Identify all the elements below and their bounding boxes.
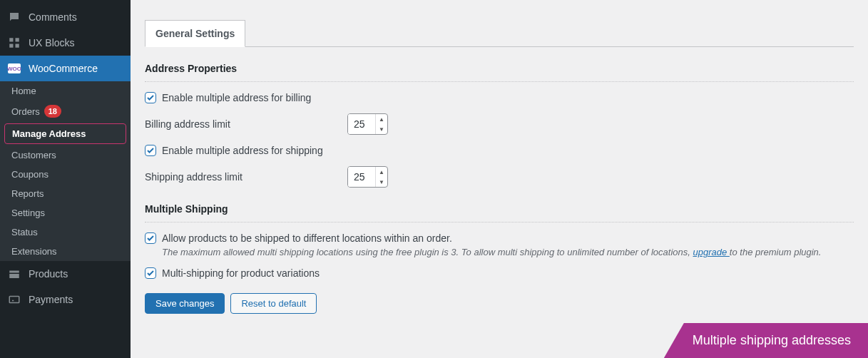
sidebar-item-products[interactable]: Products — [0, 261, 131, 287]
step-up-icon[interactable]: ▲ — [376, 167, 387, 177]
blocks-icon — [7, 36, 21, 50]
sidebar-sub-settings[interactable]: Settings — [0, 203, 131, 223]
settings-tabs: General Settings — [145, 20, 854, 47]
sidebar-sub-extensions[interactable]: Extensions — [0, 242, 131, 261]
sidebar-sub-home[interactable]: Home — [0, 81, 131, 101]
svg-rect-2 — [9, 44, 13, 48]
checkbox-icon — [145, 145, 156, 156]
tab-general-settings[interactable]: General Settings — [145, 20, 245, 47]
multiship-description: The maximum allowed multi shipping locat… — [145, 247, 854, 257]
sidebar-item-label: Products — [29, 268, 68, 280]
sidebar-item-label: Payments — [29, 294, 73, 305]
svg-rect-4 — [9, 297, 19, 303]
main-content: General Settings Address Properties Enab… — [131, 0, 868, 358]
step-up-icon[interactable]: ▲ — [376, 114, 387, 124]
woocommerce-icon: WOO — [7, 61, 21, 76]
upgrade-link[interactable]: upgrade — [693, 247, 730, 257]
payments-icon — [7, 292, 21, 307]
section-title: Address Properties — [145, 63, 854, 82]
checkbox-label: Enable multiple address for billing — [162, 92, 311, 103]
section-address-properties: Address Properties Enable multiple addre… — [145, 63, 854, 188]
checkbox-icon — [145, 267, 156, 279]
section-title: Multiple Shipping — [145, 203, 854, 223]
checkbox-icon — [145, 92, 156, 103]
checkbox-icon — [145, 232, 156, 244]
svg-rect-3 — [16, 44, 19, 48]
admin-sidebar: Comments UX Blocks WOO WooCommerce Home … — [0, 0, 131, 358]
shipping-limit-input[interactable]: ▲ ▼ — [347, 166, 388, 188]
billing-limit-input[interactable]: ▲ ▼ — [347, 113, 388, 135]
sidebar-item-label: WooCommerce — [29, 63, 98, 74]
sidebar-sub-orders[interactable]: Orders 18 — [0, 101, 131, 122]
sidebar-item-ux-blocks[interactable]: UX Blocks — [0, 30, 131, 56]
checkbox-label: Enable multiple address for shipping — [162, 145, 323, 156]
form-actions: Save changes Reset to default — [145, 293, 854, 314]
reset-button[interactable]: Reset to default — [230, 293, 317, 314]
checkbox-label: Allow products to be shipped to differen… — [162, 232, 452, 244]
step-down-icon[interactable]: ▼ — [376, 124, 387, 134]
section-multiple-shipping: Multiple Shipping Allow products to be s… — [145, 203, 854, 279]
sidebar-sub-manage-address[interactable]: Manage Address — [4, 123, 126, 144]
svg-rect-0 — [9, 38, 13, 41]
enable-billing-checkbox-row[interactable]: Enable multiple address for billing — [145, 92, 311, 103]
sidebar-item-payments[interactable]: Payments — [0, 287, 131, 312]
sidebar-item-label: UX Blocks — [29, 37, 75, 48]
sidebar-item-woocommerce[interactable]: WOO WooCommerce — [0, 56, 131, 81]
sidebar-item-label: Comments — [29, 11, 77, 23]
sidebar-sub-customers[interactable]: Customers — [0, 145, 131, 165]
promo-banner[interactable]: Multiple shipping addresses — [664, 323, 868, 358]
products-icon — [7, 267, 21, 281]
orders-count-badge: 18 — [44, 105, 61, 118]
sidebar-item-comments[interactable]: Comments — [0, 4, 131, 30]
billing-limit-label: Billing address limit — [145, 118, 347, 130]
sidebar-sub-status[interactable]: Status — [0, 223, 131, 242]
save-button[interactable]: Save changes — [145, 293, 225, 314]
shipping-limit-field[interactable] — [348, 167, 375, 187]
comment-icon — [7, 10, 21, 24]
shipping-limit-label: Shipping address limit — [145, 171, 347, 183]
checkbox-label: Multi-shipping for product variations — [162, 267, 320, 279]
svg-rect-1 — [16, 38, 19, 41]
sidebar-sub-coupons[interactable]: Coupons — [0, 165, 131, 184]
step-down-icon[interactable]: ▼ — [376, 177, 387, 187]
woocommerce-submenu: Home Orders 18 Manage Address Customers … — [0, 81, 131, 261]
allow-multiship-checkbox-row[interactable]: Allow products to be shipped to differen… — [145, 232, 452, 244]
variations-checkbox-row[interactable]: Multi-shipping for product variations — [145, 267, 320, 279]
billing-limit-field[interactable] — [348, 114, 375, 134]
enable-shipping-checkbox-row[interactable]: Enable multiple address for shipping — [145, 145, 323, 156]
sidebar-sub-reports[interactable]: Reports — [0, 184, 131, 203]
